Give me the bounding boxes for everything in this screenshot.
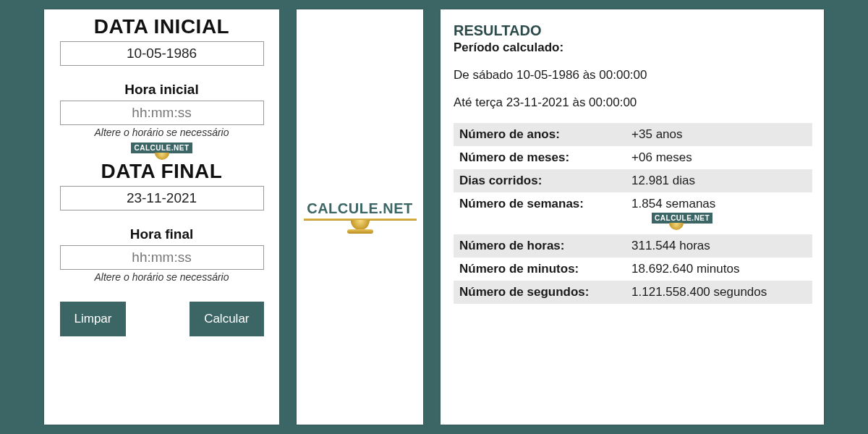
years-label: Número de anos: (454, 123, 626, 146)
form-panel: DATA INICIAL Hora inicial Altere o horár… (44, 9, 279, 425)
scale-stand-icon (351, 220, 370, 230)
weeks-value-cell: 1.854 semanas CALCULE.NET (626, 192, 812, 234)
row-months: Número de meses: +06 meses (454, 146, 812, 169)
result-heading: RESULTADO (454, 22, 812, 39)
row-seconds: Número de segundos: 1.121.558.400 segund… (454, 281, 812, 304)
row-hours: Número de horas: 311.544 horas (454, 234, 812, 258)
final-time-hint: Altere o horário se necessário (95, 271, 229, 283)
final-time-input[interactable] (60, 245, 264, 270)
heading-initial-date: DATA INICIAL (94, 15, 229, 38)
scale-base-icon (347, 229, 373, 234)
initial-time-input[interactable] (60, 101, 264, 125)
brand-mini-text: CALCULE.NET (131, 142, 192, 153)
brand-logo: CALCULE.NET (304, 200, 417, 234)
period-to: Até terça 23-11-2021 às 00:00:00 (454, 95, 812, 110)
calculate-button[interactable]: Calcular (190, 302, 263, 336)
period-label: Período calculado: (454, 41, 812, 55)
initial-time-hint: Altere o horário se necessário (95, 127, 229, 138)
row-weeks: Número de semanas: 1.854 semanas CALCULE… (454, 192, 812, 234)
years-value: +35 anos (626, 123, 812, 146)
days-label: Dias corridos: (454, 169, 626, 192)
minutes-value: 18.692.640 minutos (626, 258, 812, 281)
brand-mini-text-result: CALCULE.NET (652, 213, 712, 224)
result-panel: RESULTADO Período calculado: De sábado 1… (441, 9, 824, 425)
brand-mini-logo: CALCULE.NET (131, 142, 192, 160)
days-value: 12.981 dias (626, 169, 812, 192)
weeks-value: 1.854 semanas (631, 197, 715, 210)
clear-button[interactable]: Limpar (60, 302, 127, 336)
hours-label: Número de horas: (454, 234, 626, 258)
button-row: Limpar Calcular (60, 302, 264, 336)
row-days: Dias corridos: 12.981 dias (454, 169, 812, 192)
scale-icon (155, 153, 169, 160)
logo-panel: CALCULE.NET (297, 9, 423, 425)
months-label: Número de meses: (454, 146, 626, 169)
final-date-input[interactable] (60, 186, 264, 210)
brand-mini-logo-result: CALCULE.NET (652, 213, 807, 230)
hours-value: 311.544 horas (626, 234, 812, 258)
initial-date-input[interactable] (60, 41, 264, 66)
seconds-label: Número de segundos: (454, 281, 626, 304)
row-years: Número de anos: +35 anos (454, 123, 812, 146)
final-time-label: Hora final (130, 226, 194, 242)
brand-text: CALCULE.NET (307, 200, 413, 217)
scale-icon-result (669, 223, 684, 230)
seconds-value: 1.121.558.400 segundos (626, 281, 812, 304)
result-table: Número de anos: +35 anos Número de meses… (454, 123, 812, 304)
months-value: +06 meses (626, 146, 812, 169)
minutes-label: Número de minutos: (454, 258, 626, 281)
weeks-label: Número de semanas: (454, 192, 626, 234)
initial-time-label: Hora inicial (124, 82, 198, 98)
period-from: De sábado 10-05-1986 às 00:00:00 (454, 68, 812, 82)
row-minutes: Número de minutos: 18.692.640 minutos (454, 258, 812, 281)
heading-final-date: DATA FINAL (101, 160, 223, 183)
